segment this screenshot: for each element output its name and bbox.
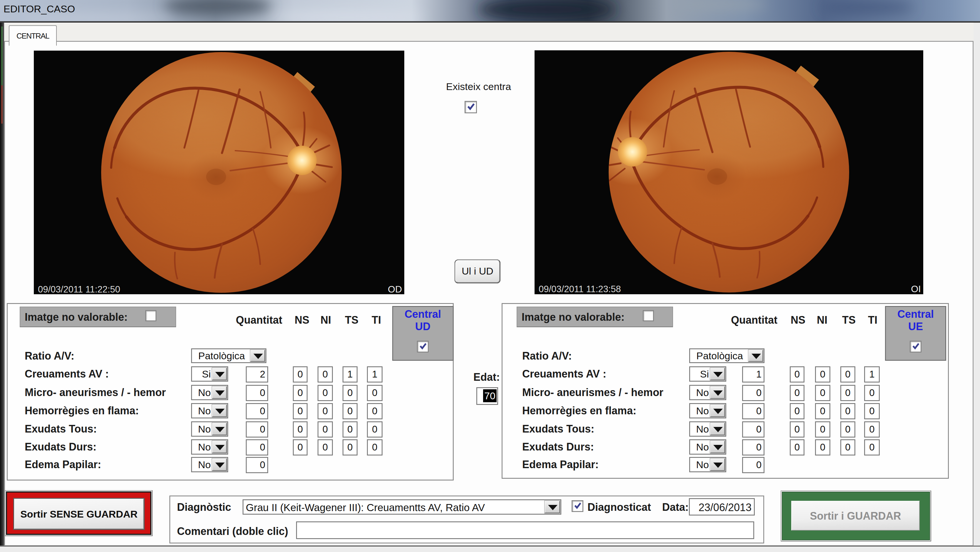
- svg-text:EDITOR_CASO: EDITOR_CASO: [3, 3, 75, 14]
- svg-text:09/03/2011 11:23:58: 09/03/2011 11:23:58: [539, 284, 621, 294]
- svg-text:09/03/2011 11:22:50: 09/03/2011 11:22:50: [38, 284, 120, 294]
- svg-text:OI: OI: [911, 284, 921, 294]
- svg-text:OD: OD: [388, 284, 402, 294]
